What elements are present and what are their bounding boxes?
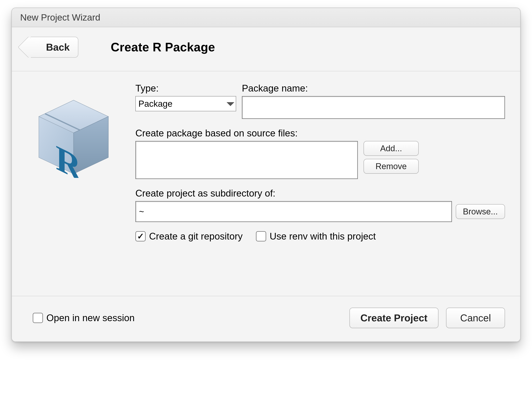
browse-button-label: Browse...: [463, 207, 498, 216]
back-button-label: Back: [46, 42, 70, 53]
window-title: New Project Wizard: [12, 8, 520, 27]
create-project-button[interactable]: Create Project: [349, 308, 439, 328]
icon-column: R: [33, 83, 124, 288]
use-renv-label: Use renv with this project: [270, 231, 376, 242]
create-project-label: Create Project: [361, 312, 428, 323]
form-column: Type: Package Package name: Create packa…: [135, 83, 505, 288]
add-source-button[interactable]: Add...: [363, 141, 419, 156]
window-title-text: New Project Wizard: [20, 12, 100, 22]
checkbox-icon: [33, 313, 43, 323]
source-files-list[interactable]: [135, 141, 358, 179]
cancel-label: Cancel: [460, 312, 491, 323]
package-name-input[interactable]: [242, 96, 505, 119]
git-repository-checkbox[interactable]: Create a git repository: [135, 231, 243, 242]
r-package-box-icon: R: [33, 96, 114, 178]
git-repository-label: Create a git repository: [149, 231, 243, 242]
open-new-session-checkbox[interactable]: Open in new session: [33, 312, 135, 323]
package-name-label: Package name:: [242, 83, 505, 94]
dialog-header: Back Create R Package: [12, 27, 520, 71]
page-title: Create R Package: [111, 40, 215, 54]
new-project-wizard-dialog: New Project Wizard Back Create R Package: [11, 7, 521, 342]
cancel-button[interactable]: Cancel: [446, 308, 505, 328]
dialog-body: R Type: Package Package name:: [12, 71, 520, 296]
use-renv-checkbox[interactable]: Use renv with this project: [256, 231, 376, 242]
type-select[interactable]: Package: [135, 96, 236, 111]
remove-source-button[interactable]: Remove: [363, 159, 419, 174]
source-files-label: Create package based on source files:: [135, 128, 505, 139]
subdirectory-input[interactable]: [135, 201, 452, 222]
dialog-footer: Open in new session Create Project Cance…: [12, 296, 520, 341]
type-label: Type:: [135, 83, 236, 94]
checkbox-icon: [256, 231, 266, 241]
back-button[interactable]: Back: [31, 37, 78, 58]
checkbox-icon: [135, 231, 146, 241]
add-source-label: Add...: [380, 144, 402, 153]
open-new-session-label: Open in new session: [46, 312, 135, 323]
remove-source-label: Remove: [376, 161, 407, 171]
browse-button[interactable]: Browse...: [456, 204, 505, 219]
subdirectory-label: Create project as subdirectory of:: [135, 188, 505, 199]
